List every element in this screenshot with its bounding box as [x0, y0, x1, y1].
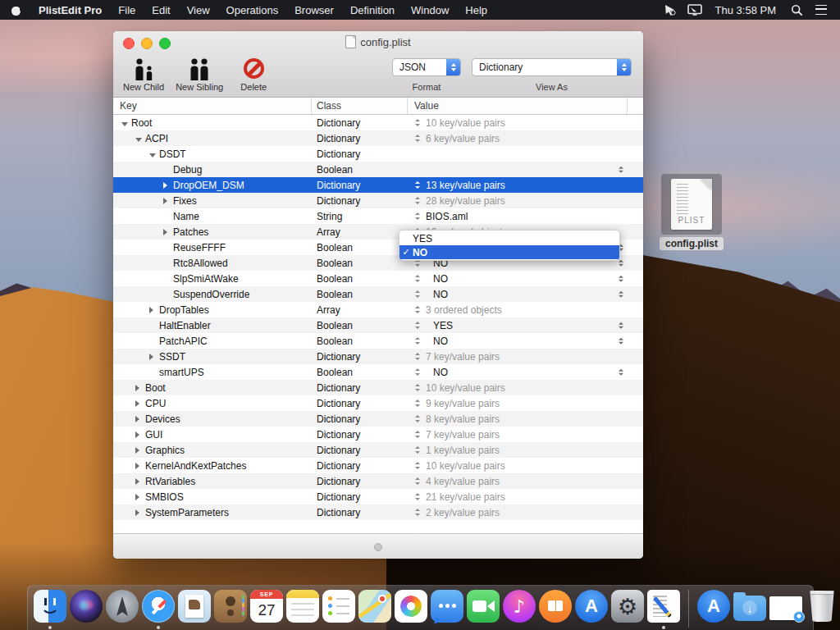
value-stepper-icon[interactable] [415, 509, 420, 516]
disclosure-closed-icon[interactable] [135, 429, 145, 441]
boolean-popup-stepper-icon[interactable] [619, 368, 623, 376]
table-row-SlpSmiAtWake[interactable]: SlpSmiAtWakeBooleanNO [113, 271, 643, 286]
table-row-HaltEnabler[interactable]: HaltEnablerBooleanYES [113, 317, 643, 333]
table-row-RtVariables[interactable]: RtVariablesDictionary4 key/value pairs [113, 473, 643, 489]
screen-sharing-icon[interactable] [684, 1, 705, 19]
table-row-DropOEM_DSM[interactable]: DropOEM_DSMDictionary13 key/value pairs [113, 177, 643, 193]
value-stepper-icon[interactable] [415, 446, 420, 454]
column-header-key[interactable]: Key [113, 98, 312, 114]
disclosure-closed-icon[interactable] [135, 398, 145, 409]
dock-item-itunes[interactable]: ♪ [502, 590, 536, 629]
table-row-PatchAPIC[interactable]: PatchAPICBooleanNO [113, 333, 643, 349]
disclosure-closed-icon[interactable] [163, 226, 173, 238]
boolean-popup-stepper-icon[interactable] [619, 275, 623, 282]
notification-center-icon[interactable] [810, 1, 832, 19]
dock-item-reminders[interactable] [322, 590, 356, 629]
table-row-SSDT[interactable]: SSDTDictionary7 key/value pairs [113, 349, 643, 364]
dock-item-plistedit-pro[interactable] [646, 590, 681, 629]
table-row-Fixes[interactable]: FixesDictionary28 key/value pairs [113, 193, 643, 208]
menu-browser[interactable]: Browser [286, 4, 342, 16]
table-row-DSDT[interactable]: DSDTDictionary [113, 146, 643, 162]
menu-edit[interactable]: Edit [144, 4, 178, 16]
disclosure-open-icon[interactable] [121, 117, 131, 129]
disclosure-open-icon[interactable] [149, 148, 159, 160]
column-header-class[interactable]: Class [312, 98, 408, 114]
table-row-Boot[interactable]: BootDictionary10 key/value pairs [113, 380, 643, 395]
disclosure-closed-icon[interactable] [135, 382, 145, 394]
disclosure-closed-icon[interactable] [135, 491, 145, 503]
table-row-SMBIOS[interactable]: SMBIOSDictionary21 key/value pairs [113, 489, 643, 504]
disclosure-closed-icon[interactable] [135, 507, 145, 518]
boolean-popup-stepper-icon[interactable] [619, 166, 623, 173]
disclosure-open-icon[interactable] [135, 133, 145, 144]
disclosure-closed-icon[interactable] [149, 304, 159, 316]
zoom-button[interactable] [159, 38, 171, 49]
table-row-smartUPS[interactable]: smartUPSBooleanNO [113, 364, 643, 380]
new-child-button[interactable]: New Child [123, 54, 164, 92]
value-stepper-icon[interactable] [415, 119, 420, 126]
view-as-select[interactable]: Dictionary [472, 58, 632, 76]
dock-item-finder[interactable] [33, 590, 67, 629]
value-stepper-icon[interactable] [415, 353, 420, 360]
dock-item-siri[interactable] [69, 590, 103, 629]
value-stepper-icon[interactable] [415, 431, 420, 438]
table-row-Root[interactable]: RootDictionary10 key/value pairs [113, 115, 643, 130]
dock-item-safari[interactable] [141, 590, 176, 629]
dock-item-facetime[interactable] [466, 590, 500, 629]
remote-cursor-icon[interactable] [660, 1, 681, 19]
menu-clock[interactable]: Thu 3:58 PM [709, 4, 783, 16]
table-row-SystemParameters[interactable]: SystemParametersDictionary2 key/value pa… [113, 504, 643, 520]
disclosure-closed-icon[interactable] [149, 351, 159, 363]
window-chrome[interactable]: config.plist New Child New Sibling [113, 31, 643, 98]
value-stepper-icon[interactable] [415, 275, 420, 282]
value-stepper-icon[interactable] [415, 384, 420, 391]
table-row-ACPI[interactable]: ACPIDictionary6 key/value pairs [113, 130, 643, 146]
disclosure-closed-icon[interactable] [135, 476, 145, 487]
table-row-KernelAndKextPatches[interactable]: KernelAndKextPatchesDictionary10 key/val… [113, 458, 643, 473]
desktop-file-config-plist[interactable]: PLIST config.plist [660, 174, 724, 250]
format-select[interactable]: JSON [392, 58, 461, 76]
apple-menu-icon[interactable] [11, 5, 22, 16]
table-row-Name[interactable]: NameStringBIOS.aml [113, 208, 643, 224]
disclosure-closed-icon[interactable] [163, 180, 173, 191]
horizontal-scroller-dot[interactable] [374, 543, 382, 551]
value-stepper-icon[interactable] [415, 493, 420, 500]
table-row-CPU[interactable]: CPUDictionary9 key/value pairs [113, 395, 643, 411]
minimize-button[interactable] [141, 38, 153, 49]
dock-item-app-store-alias[interactable]: A [696, 590, 731, 629]
new-sibling-button[interactable]: New Sibling [176, 54, 223, 92]
value-stepper-icon[interactable] [415, 415, 420, 422]
value-stepper-icon[interactable] [415, 462, 420, 469]
delete-button[interactable]: Delete [235, 54, 272, 92]
table-row-SuspendOverride[interactable]: SuspendOverrideBooleanNO [113, 286, 643, 302]
dock-item-launchpad[interactable] [105, 590, 139, 629]
value-stepper-icon[interactable] [415, 322, 420, 329]
disclosure-closed-icon[interactable] [135, 445, 145, 456]
popup-item-yes[interactable]: YES [399, 231, 619, 245]
value-stepper-icon[interactable] [415, 337, 420, 345]
dock-item-minimized-window[interactable] [769, 590, 803, 629]
close-button[interactable] [123, 38, 135, 49]
table-row-Graphics[interactable]: GraphicsDictionary1 key/value pairs [113, 442, 643, 458]
popup-item-no[interactable]: ✓NO [399, 245, 619, 259]
table-row-DropTables[interactable]: DropTablesArray3 ordered objects [113, 302, 643, 317]
disclosure-closed-icon[interactable] [135, 413, 145, 425]
table-row-Devices[interactable]: DevicesDictionary8 key/value pairs [113, 411, 643, 427]
menu-app-name[interactable]: PlistEdit Pro [30, 4, 110, 16]
disclosure-closed-icon[interactable] [163, 195, 173, 207]
value-stepper-icon[interactable] [415, 212, 420, 220]
column-header-value[interactable]: Value [408, 98, 628, 114]
dock-item-maps[interactable] [358, 590, 392, 629]
boolean-popup-stepper-icon[interactable] [619, 290, 623, 298]
value-stepper-icon[interactable] [415, 306, 420, 313]
dock-item-downloads-folder[interactable]: ↓ [733, 590, 767, 629]
value-stepper-icon[interactable] [415, 197, 420, 204]
value-stepper-icon[interactable] [415, 290, 420, 298]
table-row-GUI[interactable]: GUIDictionary7 key/value pairs [113, 427, 643, 442]
value-stepper-icon[interactable] [415, 368, 420, 376]
menu-window[interactable]: Window [403, 4, 457, 16]
dock-item-system-preferences[interactable]: ⚙ [610, 590, 645, 629]
format-select-stepper-icon[interactable] [446, 59, 460, 75]
dock-item-books[interactable] [538, 590, 573, 629]
value-stepper-icon[interactable] [415, 135, 420, 142]
